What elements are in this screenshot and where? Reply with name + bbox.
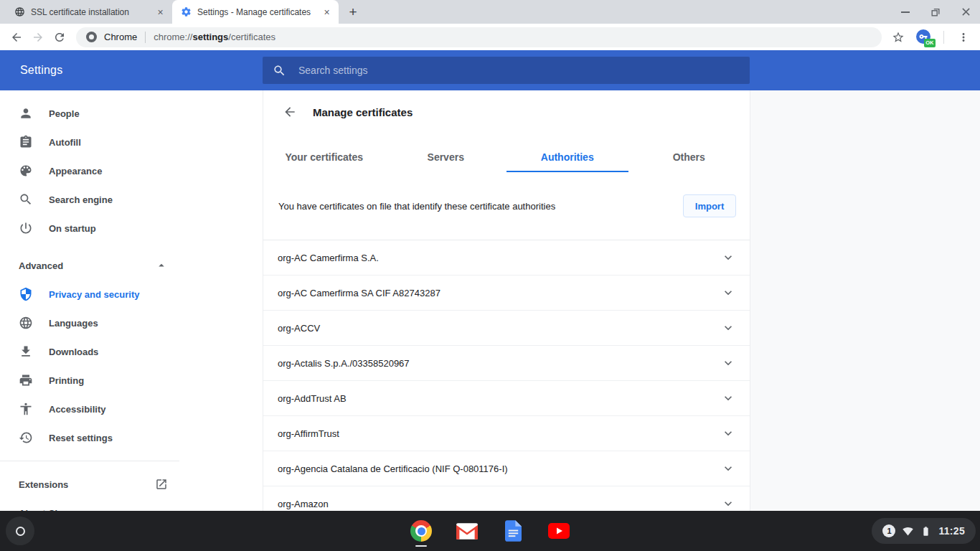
certificate-row[interactable]: org-AffirmTrust bbox=[263, 416, 750, 451]
reload-button[interactable] bbox=[49, 27, 70, 48]
tab-close-icon[interactable]: × bbox=[321, 6, 333, 18]
address-bar[interactable]: Chrome chrome://settings/certificates bbox=[76, 27, 882, 47]
sidebar-item-autofill[interactable]: Autofill bbox=[0, 128, 179, 156]
toolbar-right: OK bbox=[887, 27, 974, 48]
sidebar-item-label: Privacy and security bbox=[49, 289, 139, 300]
browser-tab-ssl[interactable]: SSL certificate installation × bbox=[6, 0, 172, 24]
window-restore-button[interactable] bbox=[928, 5, 943, 19]
certificate-row[interactable]: org-AC Camerfirma SA CIF A82743287 bbox=[263, 276, 750, 311]
window-close-button[interactable] bbox=[958, 5, 973, 19]
sidebar-item-appearance[interactable]: Appearance bbox=[0, 156, 179, 185]
certificate-name: org-Actalis S.p.A./03358520967 bbox=[278, 358, 721, 369]
toolbar-divider bbox=[943, 31, 944, 44]
back-icon bbox=[10, 31, 23, 44]
browser-toolbar: Chrome chrome://settings/certificates OK bbox=[0, 24, 980, 50]
chromeos-shelf: 1 11:25 bbox=[0, 511, 980, 551]
power-icon bbox=[19, 221, 33, 235]
settings-gear-favicon-icon bbox=[181, 6, 192, 17]
certificate-name: org-ACCV bbox=[278, 323, 721, 334]
tab-servers[interactable]: Servers bbox=[385, 143, 507, 172]
chrome-app-icon[interactable] bbox=[410, 520, 432, 542]
certificate-name: org-AffirmTrust bbox=[278, 428, 721, 439]
globe-icon bbox=[19, 316, 33, 330]
certificate-name: org-AddTrust AB bbox=[278, 393, 721, 404]
card-header: Manage certificates bbox=[263, 90, 750, 133]
chevron-down-icon[interactable] bbox=[721, 391, 735, 405]
sidebar-item-label: Reset settings bbox=[49, 433, 113, 443]
sidebar-item-label: Search engine bbox=[49, 194, 113, 205]
status-tray[interactable]: 1 11:25 bbox=[872, 518, 976, 544]
printer-icon bbox=[19, 373, 33, 387]
chevron-down-icon[interactable] bbox=[721, 321, 735, 335]
star-icon bbox=[892, 31, 905, 44]
back-button[interactable] bbox=[6, 27, 27, 48]
chevron-down-icon[interactable] bbox=[721, 496, 735, 511]
bookmark-star-button[interactable] bbox=[887, 27, 909, 48]
window-minimize-button[interactable] bbox=[898, 5, 913, 19]
shield-icon bbox=[19, 287, 33, 301]
tab-close-icon[interactable]: × bbox=[154, 6, 166, 18]
reload-icon bbox=[53, 31, 66, 44]
tab-title: Settings - Manage certificates bbox=[197, 7, 315, 17]
sidebar-item-printing[interactable]: Printing bbox=[0, 366, 179, 395]
tab-others[interactable]: Others bbox=[628, 143, 750, 172]
settings-title: Settings bbox=[20, 64, 62, 77]
sidebar-item-label: People bbox=[49, 108, 80, 119]
chevron-down-icon[interactable] bbox=[721, 461, 735, 476]
new-tab-button[interactable]: + bbox=[343, 2, 363, 22]
certificate-row[interactable]: org-ACCV bbox=[263, 311, 750, 346]
sidebar-item-languages[interactable]: Languages bbox=[0, 309, 179, 337]
launcher-button[interactable] bbox=[6, 517, 34, 545]
sidebar-item-privacy-security[interactable]: Privacy and security bbox=[0, 280, 179, 309]
chevron-down-icon[interactable] bbox=[721, 250, 735, 265]
sidebar-item-extensions[interactable]: Extensions bbox=[0, 470, 179, 499]
certificate-row[interactable]: org-Agencia Catalana de Certificacio (NI… bbox=[263, 451, 750, 486]
tab-authorities[interactable]: Authorities bbox=[507, 143, 628, 172]
sidebar-item-on-startup[interactable]: On startup bbox=[0, 214, 179, 242]
sidebar-advanced-toggle[interactable]: Advanced bbox=[0, 251, 179, 280]
sidebar-item-people[interactable]: People bbox=[0, 99, 179, 128]
gmail-app-icon[interactable] bbox=[456, 520, 478, 542]
clock: 11:25 bbox=[938, 525, 965, 537]
autofill-icon bbox=[19, 135, 33, 149]
certificate-row[interactable]: org-AC Camerfirma S.A. bbox=[263, 240, 750, 276]
import-button[interactable]: Import bbox=[683, 194, 736, 217]
certificate-row[interactable]: org-Actalis S.p.A./03358520967 bbox=[263, 346, 750, 381]
battery-icon bbox=[920, 526, 931, 537]
sidebar-item-downloads[interactable]: Downloads bbox=[0, 337, 179, 366]
sidebar-item-reset-settings[interactable]: Reset settings bbox=[0, 423, 179, 452]
docs-app-icon[interactable] bbox=[502, 520, 524, 542]
chevron-down-icon[interactable] bbox=[721, 286, 735, 300]
certificate-name: org-AC Camerfirma SA CIF A82743287 bbox=[278, 288, 721, 298]
sidebar-divider bbox=[0, 461, 179, 461]
certificate-name: org-AC Camerfirma S.A. bbox=[278, 253, 721, 263]
person-icon bbox=[19, 106, 33, 121]
more-vert-icon bbox=[957, 31, 970, 44]
palette-icon bbox=[19, 164, 33, 178]
chevron-down-icon[interactable] bbox=[721, 356, 735, 370]
sidebar-item-search-engine[interactable]: Search engine bbox=[0, 185, 179, 214]
omnibox-separator bbox=[145, 32, 146, 43]
manage-certificates-card: Manage certificates Your certificates Se… bbox=[263, 90, 750, 511]
sidebar-item-label: Printing bbox=[49, 375, 84, 386]
certificate-row[interactable]: org-Amazon bbox=[263, 486, 750, 511]
browser-menu-button[interactable] bbox=[953, 27, 974, 48]
settings-search-input[interactable]: Search settings bbox=[263, 57, 750, 84]
sidebar-item-accessibility[interactable]: Accessibility bbox=[0, 395, 179, 423]
extension-button[interactable]: OK bbox=[916, 29, 933, 45]
shelf-apps bbox=[410, 520, 570, 542]
back-arrow-icon[interactable] bbox=[283, 105, 297, 119]
youtube-app-icon[interactable] bbox=[548, 520, 570, 542]
certificate-name: org-Amazon bbox=[278, 499, 721, 509]
window-controls bbox=[898, 0, 973, 24]
certificate-row[interactable]: org-AddTrust AB bbox=[263, 381, 750, 416]
certificate-tabs: Your certificates Servers Authorities Ot… bbox=[263, 143, 750, 172]
sidebar-item-label: Appearance bbox=[49, 166, 102, 176]
chevron-down-icon[interactable] bbox=[721, 426, 735, 441]
history-icon bbox=[19, 430, 33, 445]
launcher-circle-icon bbox=[16, 527, 25, 536]
authorities-description: You have certificates on file that ident… bbox=[278, 201, 683, 212]
tab-your-certificates[interactable]: Your certificates bbox=[263, 143, 385, 172]
forward-button[interactable] bbox=[27, 27, 49, 48]
browser-tab-settings[interactable]: Settings - Manage certificates × bbox=[172, 0, 339, 24]
